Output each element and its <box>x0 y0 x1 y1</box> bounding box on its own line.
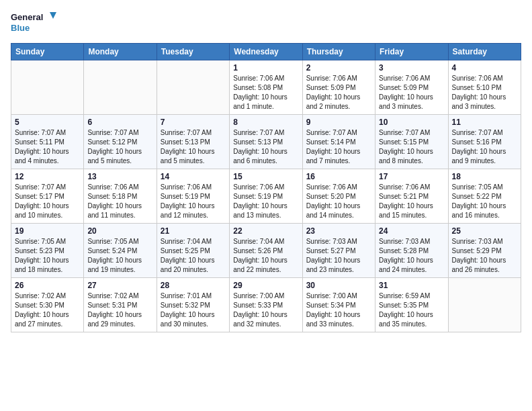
day-info: Sunrise: 7:07 AM Sunset: 5:16 PM Dayligh… <box>452 128 517 166</box>
day-info: Sunrise: 7:07 AM Sunset: 5:11 PM Dayligh… <box>15 128 80 166</box>
logo: General Blue <box>11 11 58 35</box>
day-number: 12 <box>15 172 80 181</box>
calendar-cell: 7Sunrise: 7:07 AM Sunset: 5:13 PM Daylig… <box>157 115 229 169</box>
calendar-cell: 4Sunrise: 7:06 AM Sunset: 5:10 PM Daylig… <box>448 60 521 115</box>
day-info: Sunrise: 7:03 AM Sunset: 5:29 PM Dayligh… <box>452 237 517 275</box>
day-info: Sunrise: 7:06 AM Sunset: 5:10 PM Dayligh… <box>452 74 517 111</box>
calendar-cell: 10Sunrise: 7:07 AM Sunset: 5:15 PM Dayli… <box>375 115 448 169</box>
day-number: 27 <box>87 281 152 290</box>
calendar-week-row: 5Sunrise: 7:07 AM Sunset: 5:11 PM Daylig… <box>11 115 521 169</box>
day-number: 30 <box>306 281 371 290</box>
day-info: Sunrise: 7:01 AM Sunset: 5:32 PM Dayligh… <box>161 291 226 329</box>
weekday-header: Saturday <box>448 44 521 60</box>
day-number: 17 <box>379 172 444 181</box>
calendar-cell: 26Sunrise: 7:02 AM Sunset: 5:30 PM Dayli… <box>11 278 84 332</box>
calendar-cell: 6Sunrise: 7:07 AM Sunset: 5:12 PM Daylig… <box>84 115 157 169</box>
day-number: 9 <box>306 118 371 127</box>
day-info: Sunrise: 7:06 AM Sunset: 5:21 PM Dayligh… <box>379 183 444 220</box>
day-number: 5 <box>15 118 80 127</box>
day-info: Sunrise: 7:06 AM Sunset: 5:19 PM Dayligh… <box>233 183 298 220</box>
logo-icon: General Blue <box>11 11 58 35</box>
day-info: Sunrise: 7:00 AM Sunset: 5:34 PM Dayligh… <box>306 291 371 329</box>
weekday-header: Thursday <box>302 44 375 60</box>
calendar-cell: 25Sunrise: 7:03 AM Sunset: 5:29 PM Dayli… <box>448 224 521 278</box>
calendar-week-row: 1Sunrise: 7:06 AM Sunset: 5:08 PM Daylig… <box>11 60 521 115</box>
day-info: Sunrise: 7:07 AM Sunset: 5:13 PM Dayligh… <box>161 128 226 166</box>
day-number: 23 <box>306 226 371 236</box>
calendar-cell: 15Sunrise: 7:06 AM Sunset: 5:19 PM Dayli… <box>230 169 302 224</box>
day-number: 24 <box>379 226 444 236</box>
day-info: Sunrise: 7:06 AM Sunset: 5:19 PM Dayligh… <box>161 183 226 220</box>
weekday-header: Wednesday <box>230 44 302 60</box>
day-number: 11 <box>452 118 517 127</box>
day-number: 25 <box>452 226 517 236</box>
day-number: 21 <box>161 226 226 236</box>
calendar-cell: 14Sunrise: 7:06 AM Sunset: 5:19 PM Dayli… <box>157 169 229 224</box>
header: General Blue <box>11 11 521 35</box>
calendar-week-row: 26Sunrise: 7:02 AM Sunset: 5:30 PM Dayli… <box>11 278 521 332</box>
calendar-cell: 5Sunrise: 7:07 AM Sunset: 5:11 PM Daylig… <box>11 115 84 169</box>
day-number: 3 <box>379 63 444 73</box>
day-number: 31 <box>379 281 444 290</box>
day-number: 13 <box>87 172 152 181</box>
day-info: Sunrise: 7:02 AM Sunset: 5:31 PM Dayligh… <box>87 291 152 329</box>
calendar-cell: 13Sunrise: 7:06 AM Sunset: 5:18 PM Dayli… <box>84 169 157 224</box>
calendar-table: SundayMondayTuesdayWednesdayThursdayFrid… <box>11 43 521 332</box>
day-number: 26 <box>15 281 80 290</box>
calendar-cell: 3Sunrise: 7:06 AM Sunset: 5:09 PM Daylig… <box>375 60 448 115</box>
calendar-cell: 30Sunrise: 7:00 AM Sunset: 5:34 PM Dayli… <box>302 278 375 332</box>
svg-text:General: General <box>11 12 43 22</box>
calendar-cell: 18Sunrise: 7:05 AM Sunset: 5:22 PM Dayli… <box>448 169 521 224</box>
calendar-cell: 27Sunrise: 7:02 AM Sunset: 5:31 PM Dayli… <box>84 278 157 332</box>
day-number: 16 <box>306 172 371 181</box>
day-info: Sunrise: 7:06 AM Sunset: 5:18 PM Dayligh… <box>87 183 152 220</box>
day-info: Sunrise: 7:07 AM Sunset: 5:12 PM Dayligh… <box>87 128 152 166</box>
day-info: Sunrise: 7:05 AM Sunset: 5:24 PM Dayligh… <box>87 237 152 275</box>
day-info: Sunrise: 7:04 AM Sunset: 5:26 PM Dayligh… <box>233 237 298 275</box>
calendar-cell: 16Sunrise: 7:06 AM Sunset: 5:20 PM Dayli… <box>302 169 375 224</box>
weekday-header: Sunday <box>11 44 84 60</box>
day-info: Sunrise: 7:06 AM Sunset: 5:08 PM Dayligh… <box>233 74 298 111</box>
day-info: Sunrise: 7:06 AM Sunset: 5:09 PM Dayligh… <box>379 74 444 111</box>
day-info: Sunrise: 6:59 AM Sunset: 5:35 PM Dayligh… <box>379 291 444 329</box>
day-number: 1 <box>233 63 298 73</box>
calendar-cell: 8Sunrise: 7:07 AM Sunset: 5:13 PM Daylig… <box>230 115 302 169</box>
day-info: Sunrise: 7:04 AM Sunset: 5:25 PM Dayligh… <box>161 237 226 275</box>
day-number: 18 <box>452 172 517 181</box>
day-number: 22 <box>233 226 298 236</box>
day-info: Sunrise: 7:05 AM Sunset: 5:23 PM Dayligh… <box>15 237 80 275</box>
calendar-cell: 12Sunrise: 7:07 AM Sunset: 5:17 PM Dayli… <box>11 169 84 224</box>
day-info: Sunrise: 7:05 AM Sunset: 5:22 PM Dayligh… <box>452 183 517 220</box>
calendar-cell: 2Sunrise: 7:06 AM Sunset: 5:09 PM Daylig… <box>302 60 375 115</box>
calendar-cell: 11Sunrise: 7:07 AM Sunset: 5:16 PM Dayli… <box>448 115 521 169</box>
weekday-header: Tuesday <box>157 44 229 60</box>
day-info: Sunrise: 7:07 AM Sunset: 5:13 PM Dayligh… <box>233 128 298 166</box>
calendar-cell: 24Sunrise: 7:03 AM Sunset: 5:28 PM Dayli… <box>375 224 448 278</box>
day-info: Sunrise: 7:07 AM Sunset: 5:15 PM Dayligh… <box>379 128 444 166</box>
day-number: 15 <box>233 172 298 181</box>
calendar-cell <box>84 60 157 115</box>
weekday-header-row: SundayMondayTuesdayWednesdayThursdayFrid… <box>11 44 521 60</box>
day-number: 4 <box>452 63 517 73</box>
svg-marker-2 <box>50 12 56 19</box>
calendar-cell: 31Sunrise: 6:59 AM Sunset: 5:35 PM Dayli… <box>375 278 448 332</box>
day-info: Sunrise: 7:07 AM Sunset: 5:17 PM Dayligh… <box>15 183 80 220</box>
day-number: 2 <box>306 63 371 73</box>
weekday-header: Friday <box>375 44 448 60</box>
calendar-cell: 21Sunrise: 7:04 AM Sunset: 5:25 PM Dayli… <box>157 224 229 278</box>
calendar-cell: 9Sunrise: 7:07 AM Sunset: 5:14 PM Daylig… <box>302 115 375 169</box>
day-info: Sunrise: 7:03 AM Sunset: 5:28 PM Dayligh… <box>379 237 444 275</box>
day-number: 14 <box>161 172 226 181</box>
day-info: Sunrise: 7:07 AM Sunset: 5:14 PM Dayligh… <box>306 128 371 166</box>
calendar-cell: 28Sunrise: 7:01 AM Sunset: 5:32 PM Dayli… <box>157 278 229 332</box>
day-number: 7 <box>161 118 226 127</box>
calendar-week-row: 12Sunrise: 7:07 AM Sunset: 5:17 PM Dayli… <box>11 169 521 224</box>
calendar-cell: 29Sunrise: 7:00 AM Sunset: 5:33 PM Dayli… <box>230 278 302 332</box>
calendar-week-row: 19Sunrise: 7:05 AM Sunset: 5:23 PM Dayli… <box>11 224 521 278</box>
calendar-cell: 23Sunrise: 7:03 AM Sunset: 5:27 PM Dayli… <box>302 224 375 278</box>
calendar-cell <box>448 278 521 332</box>
svg-text:Blue: Blue <box>11 23 30 33</box>
calendar-cell: 19Sunrise: 7:05 AM Sunset: 5:23 PM Dayli… <box>11 224 84 278</box>
day-number: 28 <box>161 281 226 290</box>
day-number: 19 <box>15 226 80 236</box>
